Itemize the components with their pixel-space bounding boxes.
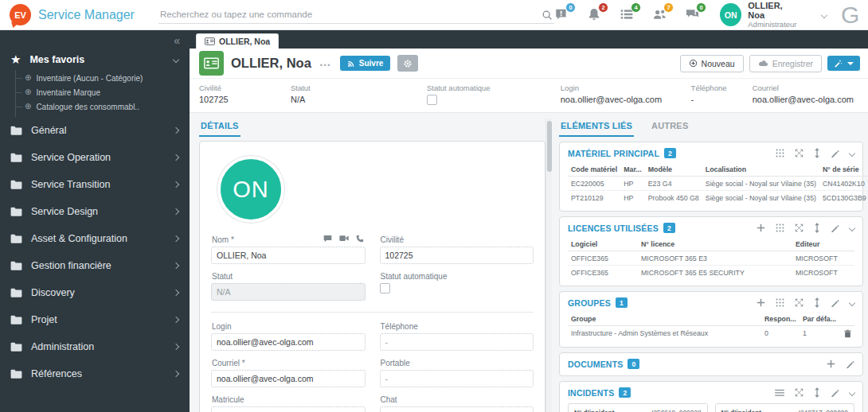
add-icon[interactable] (827, 360, 835, 368)
table-row[interactable]: EC220005HP E23 G4Siège social - Noyal su… (568, 177, 868, 191)
nom-input[interactable]: OLLIER, Noa (211, 247, 366, 264)
chevron-right-icon (173, 181, 179, 188)
search-icon[interactable] (542, 10, 553, 21)
edit-pencil-icon[interactable] (831, 149, 839, 157)
phone-icon[interactable] (356, 235, 364, 243)
expand-icon[interactable] (795, 298, 803, 307)
search-input[interactable] (158, 6, 554, 24)
comment-icon[interactable] (323, 235, 332, 243)
section-groupes: GROUPES 1 Groupe Respon... (559, 291, 863, 348)
chat-input[interactable]: - (380, 406, 534, 412)
table-row[interactable]: OFFICE365MICROSOFT 365 E5 SECURITY MICRO… (568, 266, 854, 280)
video-camera-icon[interactable] (339, 235, 349, 243)
collapse-section-icon[interactable] (849, 224, 855, 231)
user-menu-chevron-icon[interactable] (821, 11, 827, 17)
favorite-item-inventaire-marque[interactable]: ⊕ Inventaire Marque (16, 85, 190, 99)
field-portable: Portable - (380, 359, 534, 387)
collapse-section-icon[interactable] (849, 389, 855, 395)
courriel-input[interactable]: noa.ollier@avec-olga.com (211, 370, 366, 387)
caret-down-icon (847, 62, 854, 65)
incident-card[interactable]: N° d'incidentI240717_000009 Enregistré l… (715, 403, 855, 412)
resize-vertical-icon[interactable] (814, 223, 820, 233)
collapse-section-icon[interactable] (849, 299, 855, 305)
expand-icon[interactable] (795, 149, 803, 157)
user-menu[interactable]: ON OLLIER, Noa Administrateur (720, 1, 798, 29)
edit-pencil-icon[interactable] (831, 298, 839, 307)
chevron-right-icon (173, 262, 179, 269)
edit-pencil-icon[interactable] (831, 223, 839, 232)
add-icon[interactable] (757, 223, 765, 232)
chevron-right-icon (173, 235, 179, 242)
civilite-input[interactable]: 102725 (380, 247, 534, 264)
expand-icon[interactable] (795, 223, 803, 232)
sidebar-item-discovery[interactable]: Discovery (0, 279, 190, 306)
announcements-icon[interactable]: 0 (554, 7, 570, 23)
expand-icon[interactable] (795, 388, 803, 397)
follow-button[interactable]: Suivre (340, 56, 391, 71)
sidebar-item-service-design[interactable]: Service Design (0, 198, 190, 225)
matricule-input[interactable]: X0000131 (211, 406, 366, 412)
favorite-item-inventaire-categorie[interactable]: ⊕ Inventaire (Aucun - Catégorie) (16, 71, 190, 85)
page-title: OLLIER, Noa (231, 56, 311, 71)
easyvista-corner-logo: G (841, 3, 868, 27)
tasks-list-icon[interactable]: 4 (620, 7, 635, 23)
workspace-tab-ollier-noa[interactable]: OLLIER, Noa (196, 33, 279, 49)
list-view-icon[interactable] (775, 389, 784, 397)
telephone-input[interactable]: - (380, 333, 534, 351)
more-actions-button[interactable]: ••• (320, 61, 331, 69)
table-row[interactable]: Infrastructure - Admin Systèmes et Résea… (568, 326, 854, 341)
collapse-section-icon[interactable] (849, 150, 855, 156)
new-button[interactable]: Nouveau (680, 55, 744, 72)
save-button[interactable]: Enregistrer (749, 55, 822, 72)
field-nom: Nom * OLLIER, Noa (211, 235, 366, 264)
incident-card[interactable]: N° d'incidentI250619_000028 Enregistré l… (568, 403, 708, 412)
sidebar-collapse-button[interactable]: « (0, 30, 190, 49)
tab-elements-lies[interactable]: ELÉMENTS LIÉS (559, 119, 634, 137)
favorites-label: Mes favoris (29, 54, 165, 65)
sidebar-item-references[interactable]: Références (0, 360, 190, 387)
sidebar-item-gestion-financiere[interactable]: Gestion financière (0, 252, 190, 279)
sidebar-item-administration[interactable]: Administration (0, 333, 190, 360)
chevron-right-icon (173, 154, 179, 161)
tab-autres[interactable]: AUTRES (650, 119, 690, 137)
tab-details[interactable]: DÉTAILS (199, 119, 240, 137)
resize-vertical-icon[interactable] (814, 387, 820, 398)
sidebar-item-mes-favoris[interactable]: ★ Mes favoris (0, 49, 190, 70)
edit-pencil-icon[interactable] (831, 388, 839, 397)
global-search (158, 6, 554, 24)
favorite-item-catalogue-consommables[interactable]: ⊕ Catalogue des consommabl.. (16, 99, 190, 114)
sidebar-item-asset-configuration[interactable]: Asset & Configuration (0, 225, 190, 252)
statut-automatique-checkbox[interactable] (380, 283, 390, 293)
messages-count-badge: 0 (696, 2, 706, 13)
statut-automatique-checkbox[interactable] (427, 95, 437, 105)
record-summary-bar: Civilité 102725 Statut N/A Statut automa… (190, 78, 868, 113)
resize-vertical-icon[interactable] (814, 148, 820, 158)
grid-view-icon[interactable] (776, 223, 784, 232)
sidebar-item-general[interactable]: Général (0, 117, 190, 144)
app-title: Service Manager (38, 8, 135, 22)
grid-view-icon[interactable] (776, 149, 784, 157)
alerts-bell-icon[interactable]: 2 (587, 7, 603, 23)
sidebar-item-projet[interactable]: Projet (0, 306, 190, 333)
record-settings-button[interactable] (397, 55, 418, 72)
portable-input[interactable]: - (380, 370, 534, 387)
panel-scrollbar[interactable] (545, 119, 552, 412)
scrollbar-thumb[interactable] (547, 121, 552, 172)
add-icon[interactable] (757, 298, 765, 307)
login-input[interactable]: noa.ollier@avec-olga.com (211, 333, 366, 351)
rss-icon (347, 60, 355, 68)
messages-chat-icon[interactable]: 0 (685, 7, 701, 23)
table-row[interactable]: PT210129HP Probook 450 G8Siège social - … (568, 191, 868, 205)
delete-trash-icon[interactable] (844, 329, 851, 338)
grid-view-icon[interactable] (776, 298, 784, 307)
sidebar-item-service-transition[interactable]: Service Transition (0, 171, 190, 198)
field-courriel: Courriel * noa.ollier@avec-olga.com (211, 359, 366, 387)
table-row[interactable]: OFFICE365MICROSOFT 365 E3 MICROSOFT (568, 251, 854, 266)
section-licences-utilisees: LICENCES UTILISÉES 2 Logiciel N° lice (559, 216, 863, 286)
edit-pencil-icon[interactable] (846, 360, 854, 368)
logo-text: EV (14, 10, 26, 20)
resize-vertical-icon[interactable] (814, 297, 820, 308)
groups-people-icon[interactable]: 7 (652, 7, 668, 23)
tools-dropdown-button[interactable] (827, 56, 860, 71)
sidebar-item-service-operation[interactable]: Service Operation (0, 144, 190, 171)
